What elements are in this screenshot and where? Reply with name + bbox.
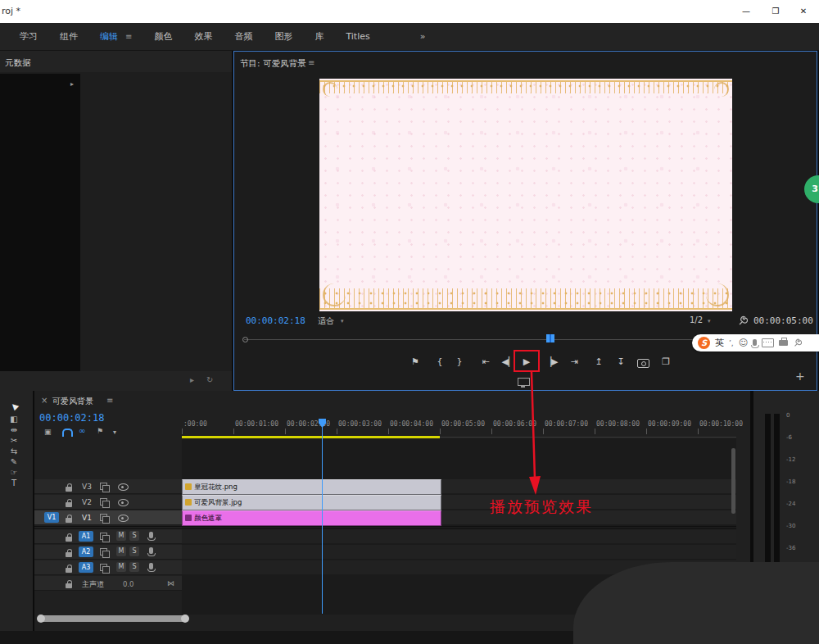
workspace-menu-icon[interactable]: ≡ (125, 32, 132, 41)
tab-audio[interactable]: 音频 (234, 30, 252, 43)
lock-icon[interactable] (66, 552, 72, 557)
tabs-overflow-icon[interactable]: » (420, 31, 426, 42)
track-name[interactable]: V1 (82, 514, 92, 522)
mute-button[interactable]: M (116, 562, 126, 572)
settings-wrench-icon[interactable] (737, 315, 748, 326)
lock-icon[interactable] (66, 537, 72, 542)
scrubber-zoom-handle[interactable] (242, 337, 248, 342)
extract-button[interactable]: ↧ (613, 356, 628, 367)
nest-toggle-icon[interactable]: ▣ (44, 428, 52, 436)
ripple-edit-tool[interactable]: ⇹ (5, 425, 23, 434)
selection-tool[interactable]: ▶ (4, 397, 23, 416)
minimize-button[interactable]: — (735, 7, 757, 16)
audio-lane[interactable] (182, 545, 736, 559)
track-output-eye-icon[interactable] (118, 483, 129, 491)
emoji-icon[interactable]: ☺ (739, 338, 748, 348)
pan-icon[interactable]: ⋈ (167, 579, 174, 587)
master-track-name[interactable]: 主声道 (82, 579, 104, 590)
add-marker-icon[interactable]: ⚑ (97, 427, 103, 435)
hand-tool[interactable]: ☞ (5, 468, 23, 477)
clip-color-matte[interactable]: 颜色遮罩 (182, 510, 441, 526)
track-output-eye-icon[interactable] (118, 499, 129, 506)
audio-track-badge[interactable]: A2 (79, 546, 93, 557)
wrench-icon[interactable] (793, 338, 802, 347)
tab-assembly[interactable]: 组件 (60, 30, 78, 43)
keyboard-icon[interactable] (762, 338, 774, 347)
type-tool[interactable]: T (5, 478, 23, 488)
tab-color[interactable]: 颜色 (154, 30, 172, 43)
mic-icon[interactable] (753, 339, 757, 346)
punctuation-icon[interactable]: ’, (729, 339, 734, 347)
mute-button[interactable]: M (116, 531, 126, 541)
audio-track-badge[interactable]: A3 (79, 562, 93, 573)
audio-track-badge[interactable]: A1 (79, 531, 93, 542)
slip-tool[interactable]: ⇆ (5, 447, 23, 456)
sequence-tab-title[interactable]: 可爱风背景 (52, 396, 93, 407)
go-to-in-button[interactable]: ⇤ (478, 356, 493, 367)
sync-lock-icon[interactable] (100, 498, 107, 506)
track-name[interactable]: V2 (82, 498, 92, 506)
mark-in-button[interactable]: { (432, 356, 447, 367)
tab-titles[interactable]: Titles (346, 31, 369, 42)
step-forward-button[interactable]: ▕▶ (544, 356, 559, 367)
track-name[interactable]: V3 (82, 483, 92, 491)
zoom-level-dropdown[interactable]: 适合 (318, 315, 334, 327)
playback-resolution-dropdown[interactable]: 1/2 (690, 315, 703, 324)
linked-selection-icon[interactable]: ∞ (79, 426, 85, 435)
solo-button[interactable]: S (129, 562, 139, 572)
tab-libraries[interactable]: 库 (314, 30, 324, 43)
solo-button[interactable]: S (129, 531, 139, 541)
add-marker-button[interactable]: ⚑ (408, 356, 423, 367)
metadata-panel-title[interactable]: 元数据 (5, 57, 31, 69)
loop-icon[interactable]: ↻ (206, 375, 213, 384)
button-editor-add-button[interactable]: + (795, 370, 805, 383)
scrollbar-handle[interactable] (181, 615, 189, 623)
voiceover-mic-icon[interactable] (149, 547, 153, 554)
sogou-logo-icon[interactable]: S (698, 337, 710, 349)
tab-graphics[interactable]: 图形 (274, 30, 292, 43)
voiceover-mic-icon[interactable] (149, 563, 153, 569)
razor-tool[interactable]: ✂ (5, 436, 23, 445)
mute-button[interactable]: M (116, 546, 126, 556)
sync-lock-icon[interactable] (100, 514, 107, 521)
program-panel-title[interactable]: 节目: 可爱风背景 (240, 58, 305, 70)
compare-view-button[interactable]: ❐ (658, 356, 673, 367)
panel-menu-icon[interactable]: ≡ (106, 396, 113, 405)
timeline-settings-icon[interactable]: ▾ (113, 429, 116, 436)
ime-language-mode[interactable]: 英 (715, 337, 724, 349)
sync-lock-icon[interactable] (100, 548, 107, 556)
go-to-out-button[interactable]: ⇥ (567, 356, 581, 367)
timeline-current-time[interactable]: 00:00:02:18 (39, 412, 104, 424)
source-patch-badge[interactable]: V1 (44, 512, 59, 523)
audio-lane[interactable] (182, 529, 736, 543)
export-frame-camera-icon[interactable] (637, 359, 649, 368)
panel-menu-icon[interactable]: ≡ (308, 58, 314, 67)
lock-icon[interactable] (66, 487, 72, 492)
play-icon[interactable]: ▸ (190, 375, 194, 384)
lift-button[interactable]: ↥ (591, 356, 606, 367)
tab-learn[interactable]: 学习 (20, 30, 38, 43)
tab-effects[interactable]: 效果 (194, 30, 212, 43)
horizontal-scrollbar[interactable] (38, 615, 188, 622)
master-level-value[interactable]: 0.0 (123, 580, 134, 588)
lock-icon[interactable] (66, 583, 72, 588)
lock-icon[interactable] (66, 502, 72, 507)
mark-out-button[interactable]: } (452, 356, 467, 367)
scrollbar-handle[interactable] (37, 615, 45, 623)
track-output-eye-icon[interactable] (118, 515, 129, 522)
sync-lock-icon[interactable] (100, 564, 107, 571)
tab-edit[interactable]: 编辑 (100, 30, 118, 43)
clip-cute-background[interactable]: 可爱风背景.jpg (182, 495, 441, 510)
sync-lock-icon[interactable] (100, 483, 107, 490)
expand-icon[interactable]: ▸ (70, 80, 74, 88)
sync-lock-icon[interactable] (100, 533, 107, 540)
close-tab-icon[interactable]: × (41, 396, 48, 405)
vertical-scrollbar[interactable] (731, 448, 735, 514)
restore-button[interactable]: ❐ (765, 7, 786, 16)
lock-icon[interactable] (66, 518, 72, 523)
clip-crown-pattern[interactable]: 皇冠花纹.png (182, 479, 441, 495)
close-button[interactable]: ✕ (793, 7, 814, 16)
snap-magnet-icon[interactable] (62, 429, 73, 437)
timeline-playhead-line[interactable] (322, 419, 323, 614)
lock-icon[interactable] (66, 568, 72, 573)
